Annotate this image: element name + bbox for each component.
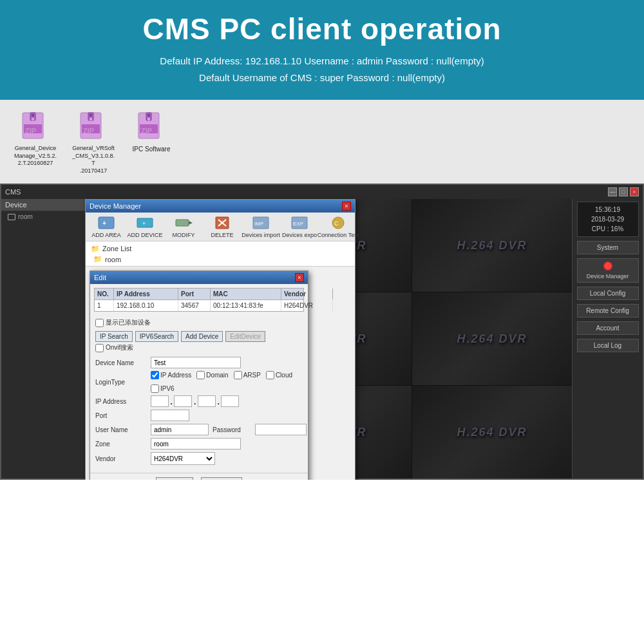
desktop-icon-ipc[interactable]: ZIP IPC Software: [129, 111, 174, 153]
add-device-btn[interactable]: Add Device: [181, 331, 223, 342]
zone-input[interactable]: [151, 438, 241, 450]
password-label: Password: [213, 426, 251, 433]
onvif-checkbox[interactable]: [95, 344, 104, 352]
edit-dialog-table: NO. IP Address Port MAC Vendor 1 192.168…: [94, 288, 304, 312]
header-info: Default IP Address: 192.168.1.10 Usernam…: [19, 53, 625, 86]
dm-title-label: Device Manager: [90, 202, 141, 210]
table-header: NO. IP Address Port MAC Vendor: [95, 289, 303, 300]
login-ipv6-option[interactable]: IPV6: [151, 384, 175, 393]
form-row-vendor: Vendor H264DVR: [95, 452, 303, 465]
show-added-checkbox[interactable]: 显示已添加设备: [95, 318, 151, 327]
user-name-input[interactable]: [151, 424, 209, 435]
ip-part-4[interactable]: [221, 395, 239, 407]
show-added-label: 显示已添加设备: [106, 318, 151, 327]
dm-import-btn[interactable]: IMP Devices import: [244, 215, 278, 238]
login-domain-option[interactable]: Domain: [196, 371, 228, 379]
export-icon: EXP: [290, 215, 308, 231]
login-cloud-option[interactable]: Cloud: [266, 371, 292, 379]
system-btn[interactable]: System: [577, 241, 639, 254]
dm-title-bar: Device Manager ×: [86, 200, 355, 213]
dm-delete-btn[interactable]: DELETE: [205, 215, 239, 238]
td-mac: 00:12:13:41:83:fe: [211, 300, 281, 311]
svg-rect-8: [90, 114, 92, 117]
ip-part-2[interactable]: [174, 395, 192, 407]
table-row[interactable]: 1 192.168.0.10 34567 00:12:13:41:83:fe H…: [95, 300, 303, 311]
dm-modify-label: MODIFY: [173, 232, 195, 238]
form-row-port: Port: [95, 410, 303, 421]
show-added-input[interactable]: [95, 319, 104, 327]
cms-minimize-btn[interactable]: —: [608, 187, 617, 196]
ip-search-btn[interactable]: IP Search: [95, 331, 133, 342]
system-label: System: [579, 244, 637, 251]
ed-search-buttons: IP Search IPV6Search Add Device EditDevi…: [90, 330, 308, 343]
account-btn[interactable]: Account: [577, 321, 639, 335]
local-log-btn[interactable]: Local Log: [577, 339, 639, 352]
edit-device-btn[interactable]: EditDevice: [225, 331, 265, 342]
onvif-checkbox-label[interactable]: Onvif搜索: [95, 343, 303, 352]
desktop-icon-label-3: IPC Software: [133, 145, 171, 153]
ip-part-1[interactable]: [151, 395, 169, 407]
svg-rect-11: [82, 124, 100, 133]
svg-text:IMP: IMP: [254, 221, 263, 227]
zip-icon-3: ZIP: [136, 111, 167, 142]
dm-close-btn[interactable]: ×: [342, 202, 351, 211]
dm-zone-item-room[interactable]: 📁 room: [91, 254, 350, 264]
conn-test-icon: C: [329, 215, 347, 231]
cms-maximize-btn[interactable]: □: [619, 187, 628, 196]
device-manager-overlay: Device Manager × + ADD AREA + ADD D: [1, 199, 572, 478]
cancel-button[interactable]: Cancel: [201, 477, 242, 480]
edit-dialog: Edit × NO. IP Address Port MAC Vendor: [90, 270, 308, 480]
delete-icon: [213, 215, 231, 231]
edit-dialog-close-btn[interactable]: ×: [295, 273, 304, 282]
edit-dialog-title: Edit: [94, 274, 106, 281]
desktop-icon-cms[interactable]: ZIP General_VRSoft _CMS_V3.1.0.8.T .2017…: [71, 111, 116, 175]
ip-address-label: IP Address: [95, 398, 147, 405]
zone-label: Zone: [95, 440, 147, 448]
th-ip: IP Address: [114, 289, 178, 299]
time-display: 15:36:19 2018-03-29 CPU : 16%: [577, 202, 639, 237]
svg-rect-18: [99, 217, 114, 229]
svg-rect-22: [176, 220, 189, 226]
zone-item-label: room: [105, 256, 121, 263]
svg-rect-2: [32, 114, 34, 117]
desktop-icon-general-device[interactable]: ZIP General_Device Manage_V2.5.2. 2.T.20…: [13, 111, 58, 167]
desktop: ZIP General_Device Manage_V2.5.2. 2.T.20…: [0, 100, 644, 184]
login-arsp-option[interactable]: ARSP: [234, 371, 261, 379]
ip-part-3[interactable]: [198, 395, 216, 407]
zip-icon-2: ZIP: [78, 111, 109, 142]
local-config-btn[interactable]: Local Config: [577, 287, 639, 300]
ipv6-search-btn[interactable]: IPV6Search: [135, 331, 178, 342]
cms-title-label: CMS: [5, 188, 21, 196]
dm-add-area-btn[interactable]: + ADD AREA: [90, 215, 123, 238]
login-ip-option[interactable]: IP Address: [151, 371, 191, 379]
vendor-select[interactable]: H264DVR: [151, 452, 215, 465]
dm-conn-test-btn[interactable]: C Connection Test: [321, 215, 355, 238]
svg-rect-5: [24, 124, 42, 133]
edit-form: Device Name LoginType IP Address Domain …: [90, 354, 308, 470]
local-log-label: Local Log: [579, 342, 637, 349]
form-row-zone: Zone: [95, 438, 303, 450]
ok-button[interactable]: OK: [156, 477, 193, 480]
login-type-options: IP Address Domain ARSP Cloud IPV6: [151, 371, 303, 393]
td-no: 1: [95, 300, 114, 311]
cms-close-btn[interactable]: ×: [630, 187, 639, 196]
add-device-icon: +: [136, 215, 154, 231]
dm-import-label: Devices import: [242, 232, 280, 238]
password-input[interactable]: [255, 424, 307, 435]
import-icon: IMP: [252, 215, 270, 231]
login-type-label: LoginType: [95, 379, 147, 386]
dm-delete-label: DELETE: [211, 232, 233, 238]
port-input[interactable]: [151, 410, 189, 421]
remote-config-btn[interactable]: Remote Config: [577, 304, 639, 317]
form-row-ip: IP Address . . .: [95, 395, 303, 407]
onvif-row: Onvif搜索: [90, 343, 308, 354]
vendor-label: Vendor: [95, 455, 147, 462]
zone-folder-icon: 📁: [93, 255, 102, 263]
dm-export-btn[interactable]: EXP Devices expo: [283, 215, 316, 238]
time-value: 15:36:19: [582, 205, 634, 214]
device-name-input[interactable]: [151, 357, 241, 368]
cms-right-panel: 15:36:19 2018-03-29 CPU : 16% System Dev…: [572, 199, 643, 478]
device-manager-btn[interactable]: Device Manager: [577, 258, 639, 283]
dm-modify-btn[interactable]: MODIFY: [167, 215, 200, 238]
dm-add-device-btn[interactable]: + ADD DEVICE: [128, 215, 162, 238]
